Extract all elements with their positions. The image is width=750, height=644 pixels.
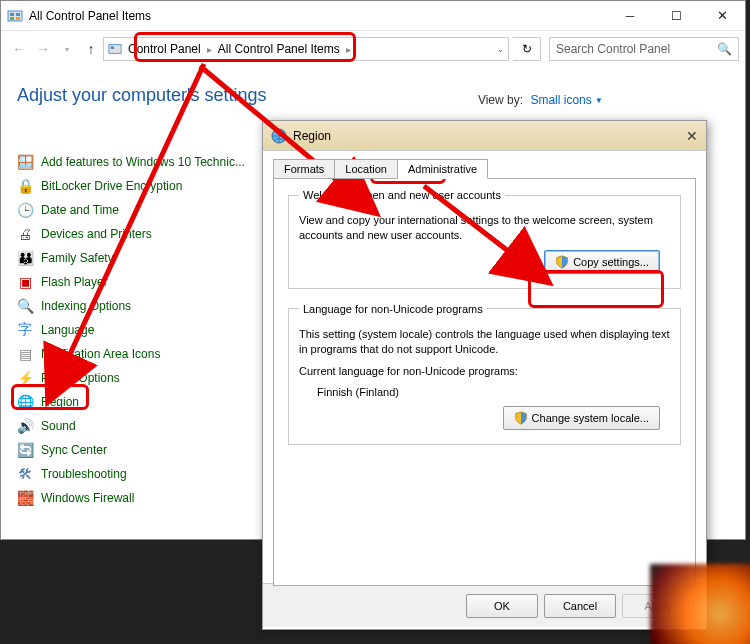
search-placeholder: Search Control Panel — [556, 42, 670, 56]
item-icon: ▤ — [17, 346, 33, 362]
cancel-button[interactable]: Cancel — [544, 594, 616, 618]
button-label: Change system locale... — [532, 412, 649, 424]
globe-icon — [271, 128, 287, 144]
group-description: This setting (system locale) controls th… — [299, 327, 670, 358]
svg-rect-6 — [111, 46, 115, 49]
item-icon: 🖨 — [17, 226, 33, 242]
search-icon: 🔍 — [717, 42, 732, 56]
item-label: Indexing Options — [41, 299, 131, 313]
svg-rect-1 — [10, 13, 14, 16]
item-label: Power Options — [41, 371, 120, 385]
region-dialog: Region ✕ FormatsLocationAdministrative W… — [262, 120, 707, 630]
chevron-down-icon: ▼ — [595, 96, 603, 105]
nav-up-button[interactable]: ↑ — [79, 37, 103, 61]
view-by-selector[interactable]: View by: Small icons ▼ — [478, 93, 603, 107]
tab-panel-administrative: Welcome screen and new user accounts Vie… — [273, 178, 696, 586]
dialog-title: Region — [293, 129, 331, 143]
item-label: Sound — [41, 419, 76, 433]
item-label: Sync Center — [41, 443, 107, 457]
copy-settings-button[interactable]: Copy settings... — [544, 250, 660, 274]
svg-rect-3 — [10, 17, 14, 20]
ok-button[interactable]: OK — [466, 594, 538, 618]
maximize-button[interactable]: ☐ — [653, 1, 699, 31]
control-panel-icon — [7, 8, 23, 24]
item-icon: 🕒 — [17, 202, 33, 218]
item-label: Language — [41, 323, 94, 337]
tab-formats[interactable]: Formats — [273, 159, 335, 179]
refresh-button[interactable]: ↻ — [513, 37, 541, 61]
item-label: Family Safety — [41, 251, 114, 265]
item-label: Troubleshooting — [41, 467, 127, 481]
item-label: BitLocker Drive Encryption — [41, 179, 182, 193]
item-label: Notification Area Icons — [41, 347, 160, 361]
item-icon: 🧱 — [17, 490, 33, 506]
dialog-footer: OK Cancel Apply — [263, 583, 706, 627]
item-icon: 🔍 — [17, 298, 33, 314]
group-legend: Welcome screen and new user accounts — [299, 189, 505, 201]
close-icon[interactable]: ✕ — [686, 128, 698, 144]
close-button[interactable]: ✕ — [699, 1, 745, 31]
non-unicode-group: Language for non-Unicode programs This s… — [288, 303, 681, 446]
view-by-value[interactable]: Small icons — [530, 93, 591, 107]
nav-history-button[interactable]: ▾ — [55, 37, 79, 61]
address-bar[interactable]: Control Panel ▸ All Control Panel Items … — [103, 37, 509, 61]
item-icon: 🪟 — [17, 154, 33, 170]
group-legend: Language for non-Unicode programs — [299, 303, 487, 315]
item-icon: ⚡ — [17, 370, 33, 386]
svg-rect-2 — [16, 13, 20, 16]
chevron-right-icon: ▸ — [207, 44, 212, 55]
current-language-label: Current language for non-Unicode program… — [299, 364, 670, 379]
chevron-right-icon: ▸ — [346, 44, 351, 55]
button-label: Copy settings... — [573, 256, 649, 268]
page-heading: Adjust your computer's settings — [17, 85, 729, 106]
item-icon: 🔊 — [17, 418, 33, 434]
tab-administrative[interactable]: Administrative — [397, 159, 488, 179]
shield-icon — [514, 411, 528, 425]
nav-bar: ← → ▾ ↑ Control Panel ▸ All Control Pane… — [1, 31, 745, 67]
item-icon: 🛠 — [17, 466, 33, 482]
change-system-locale-button[interactable]: Change system locale... — [503, 406, 660, 430]
item-label: Add features to Windows 10 Technic... — [41, 155, 245, 169]
chevron-down-icon[interactable]: ⌄ — [497, 45, 504, 54]
item-icon: 👪 — [17, 250, 33, 266]
item-label: Flash Player — [41, 275, 108, 289]
apply-button[interactable]: Apply — [622, 594, 694, 618]
item-icon: 🔄 — [17, 442, 33, 458]
breadcrumb-part[interactable]: All Control Panel Items — [218, 42, 340, 56]
tab-strip: FormatsLocationAdministrative — [273, 159, 696, 179]
view-by-label: View by: — [478, 93, 523, 107]
titlebar: All Control Panel Items ─ ☐ ✕ — [1, 1, 745, 31]
dialog-titlebar: Region ✕ — [263, 121, 706, 151]
item-label: Windows Firewall — [41, 491, 134, 505]
breadcrumb-part[interactable]: Control Panel — [128, 42, 201, 56]
item-label: Date and Time — [41, 203, 119, 217]
search-input[interactable]: Search Control Panel 🔍 — [549, 37, 739, 61]
nav-forward-button[interactable]: → — [31, 37, 55, 61]
shield-icon — [555, 255, 569, 269]
tab-location[interactable]: Location — [334, 159, 398, 179]
current-language-value: Finnish (Finland) — [317, 385, 670, 400]
item-icon: 🔒 — [17, 178, 33, 194]
svg-rect-4 — [16, 17, 20, 20]
item-icon: 🌐 — [17, 394, 33, 410]
item-label: Devices and Printers — [41, 227, 152, 241]
item-icon: ▣ — [17, 274, 33, 290]
nav-back-button[interactable]: ← — [7, 37, 31, 61]
control-panel-icon — [108, 42, 122, 56]
minimize-button[interactable]: ─ — [607, 1, 653, 31]
window-title: All Control Panel Items — [29, 9, 607, 23]
item-label: Region — [41, 395, 79, 409]
group-description: View and copy your international setting… — [299, 213, 670, 244]
welcome-screen-group: Welcome screen and new user accounts Vie… — [288, 189, 681, 289]
item-icon: 字 — [17, 322, 33, 338]
